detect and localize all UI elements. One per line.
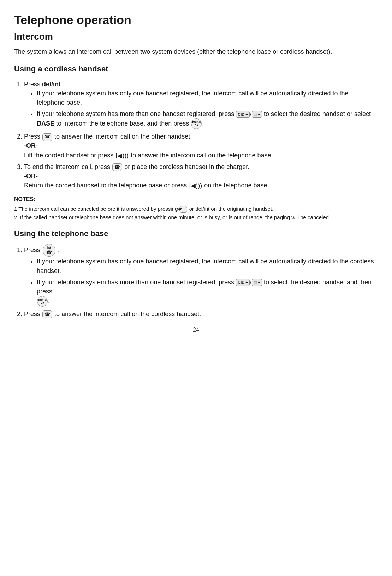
note1-text: 1 The intercom call can be canceled befo… <box>14 206 178 212</box>
s2-slash-separator: / <box>250 280 251 285</box>
s2-cid-plus-button: CID + <box>236 279 249 286</box>
cid-plus-button: CID + <box>236 111 249 118</box>
slash-separator: / <box>250 111 251 117</box>
base-label: BASE <box>37 120 54 127</box>
or-block-2: -OR- <box>24 173 38 180</box>
answer-button: ☎ <box>42 133 52 141</box>
section2-title: Using the telephone base <box>14 228 378 239</box>
note-phone-btn: ☎ <box>179 206 187 213</box>
s2-bullet-1: If your telephone system has only one ha… <box>37 257 378 275</box>
phone-icon: ☎ <box>44 134 50 140</box>
int-phone-icon: ☎ <box>46 250 52 255</box>
note-2: 2. If the called handset or telephone ba… <box>14 214 378 221</box>
s1-or2-text2: on the telephone base. <box>204 182 269 189</box>
s2-cid-label: CID <box>238 280 244 285</box>
s1-step2-text: Press <box>24 133 42 140</box>
section-intercom-title: Intercom <box>14 30 378 43</box>
note1b-text: or del/int on the originating handset. <box>189 206 274 212</box>
page-number: 24 <box>14 326 378 334</box>
page-title: Telephone operation <box>14 11 378 29</box>
s1-or1-text: Lift the corded handset or press <box>24 152 113 159</box>
speaker-button-2: I◀))) <box>189 181 202 190</box>
s1-list-item-1: Press del/int. If your telephone system … <box>24 80 378 129</box>
mono-icon: ▭ <box>254 112 257 117</box>
s2-step3-text: Press <box>24 310 40 318</box>
intro-text: The system allows an intercom call betwe… <box>14 47 378 56</box>
s2-answer-button: ☎ <box>42 310 52 318</box>
s1-bullet2d-text: to intercom the telephone base, and then… <box>56 120 189 127</box>
s1-step3b-text: or place the cordless handset in the cha… <box>124 163 249 170</box>
cid-plus-icon: + <box>245 112 248 117</box>
s1-or1-text2: to answer the intercom call on the telep… <box>131 152 273 159</box>
s2-mono-minus-icon: – <box>258 280 260 285</box>
s1-step1-text: Press del/int. <box>24 81 63 88</box>
s1-bullet2b-text: to select the desired handset or select <box>264 110 371 117</box>
speaker-button-1: I◀))) <box>115 151 129 160</box>
s1-bullet-2: If your telephone system has more than o… <box>37 109 378 129</box>
end-icon: ☎ <box>114 164 120 171</box>
s1-bullet2a-text: If your telephone system has more than o… <box>37 110 234 117</box>
menu-ok-button: menuok <box>191 118 202 129</box>
s1-step3-text: To end the intercom call, press <box>24 163 110 170</box>
del-int-label: del/int <box>42 81 61 88</box>
s2-mono-minus-button: ▭ – <box>252 279 262 286</box>
notes-title: NOTES: <box>14 195 378 203</box>
s2-step3b-text: to answer the intercom call on the cordl… <box>54 310 201 318</box>
or-block-1: -OR- <box>24 142 38 149</box>
s1-list-item-3: To end the intercom call, press ☎ or pla… <box>24 162 378 190</box>
s2-cid-plus-icon: + <box>245 280 248 285</box>
s2-mono-icon: ▭ <box>254 280 257 285</box>
cid-label: CID <box>238 112 244 117</box>
speaker-icon-1: I◀))) <box>115 151 129 160</box>
s1-list-item-2: Press ☎ to answer the intercom call on t… <box>24 132 378 160</box>
section1-title: Using a cordless handset <box>14 63 378 75</box>
ok-label: ok <box>195 124 198 127</box>
s2-step1b-text: . <box>58 246 60 254</box>
s1-step2b-text: to answer the intercom call on the other… <box>54 133 192 140</box>
notes-section: NOTES: 1 The intercom call can be cancel… <box>14 195 378 221</box>
mono-minus-icon: – <box>258 112 260 117</box>
end-button: ☎ <box>112 163 122 171</box>
s2-list-item-3: Press ☎ to answer the intercom call on t… <box>24 309 378 319</box>
int-button: int ☎ <box>43 244 55 257</box>
s2-menu-ok-button: menuok <box>37 296 48 307</box>
s2-bullet2a-text: If your telephone system has more than o… <box>37 279 234 286</box>
speaker-icon-2: I◀))) <box>189 181 202 190</box>
s2-phone-icon: ☎ <box>44 311 50 318</box>
s2-list-item-1: Press int ☎ . If your telephone system h… <box>24 244 378 306</box>
note-1: 1 The intercom call can be canceled befo… <box>14 205 378 213</box>
s2-bullet-2: If your telephone system has more than o… <box>37 278 378 307</box>
s1-bullet-1: If your telephone system has only one ha… <box>37 89 378 107</box>
s2-step1-text: Press <box>24 246 40 254</box>
s1-or2-text: Return the corded handset to the telepho… <box>24 182 187 189</box>
mono-minus-button: ▭ – <box>252 111 262 118</box>
s2-ok-label: ok <box>41 301 44 304</box>
